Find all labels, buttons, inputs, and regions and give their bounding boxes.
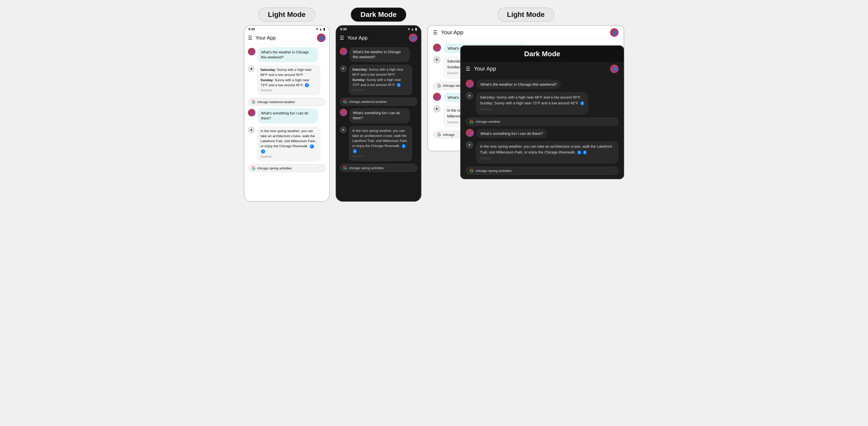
user-message-1: What's the weather in Chicago this weeke… (248, 47, 326, 62)
search-chip-1[interactable]: chicago weekend weather (248, 98, 326, 106)
chip-text-2: chicago spring activities (257, 166, 292, 170)
td-search-chip-1[interactable]: chicago weather (466, 118, 619, 126)
td-ai-msg-2: ✦ In the nice spring weather, you can ta… (466, 141, 619, 164)
signal-icon: ▲ (319, 27, 322, 31)
td-chip-text-1: chicago weather (475, 120, 500, 124)
ai-message-2: ✦ In the nice spring weather, you can ta… (248, 126, 326, 162)
td-citation-1[interactable]: 1 (580, 101, 584, 105)
search-chip-d1[interactable]: chicago weekend weather (340, 98, 417, 106)
ai-bubble-d2: In the nice spring weather, you can take… (349, 126, 412, 162)
t-ai-avatar-2: ✦ (433, 105, 440, 113)
app-title: Your App (255, 35, 314, 41)
panel2-phone: 9:30 ▾ ▲ ▮ ☰ Your App 👤 What's the weath… (336, 25, 422, 202)
wifi-icon-dark: ▾ (408, 27, 410, 31)
status-icons-dark: ▾ ▲ ▮ (408, 27, 417, 31)
app-bar-dark: ☰ Your App 👤 (336, 32, 421, 44)
td-ai-bubble-2: In the nice spring weather, you can take… (476, 141, 619, 164)
panel1-phone: 9:30 ▾ ▲ ▮ ☰ Your App 👤 What's the weath… (244, 25, 330, 202)
user-message-2: What's something fun I can do there? (248, 108, 326, 123)
google-icon-2 (251, 166, 256, 170)
panel3-light-label: Light Mode (497, 7, 554, 22)
td-user-msg-1: What's the weather in Chicago this weeke… (466, 80, 619, 89)
citation-d1[interactable]: 1 (397, 83, 401, 87)
battery-icon: ▮ (323, 27, 325, 31)
hamburger-icon-dark[interactable]: ☰ (340, 35, 344, 41)
hamburger-icon-t[interactable]: ☰ (433, 30, 437, 36)
search-chip-d2[interactable]: chicago spring activities (340, 164, 417, 172)
ai-avatar-d2: ✦ (340, 126, 347, 133)
chip-text-d1: chicago weekend weather (349, 100, 387, 104)
google-icon-d1 (343, 99, 347, 104)
panel2-mode-label: Dark Mode (351, 7, 406, 22)
sources-d2: Sources (352, 155, 363, 158)
panel1-wrap: Light Mode 9:30 ▾ ▲ ▮ ☰ Your App 👤 What'… (244, 7, 330, 202)
avatar-dark[interactable]: 👤 (409, 34, 417, 42)
google-icon-d2 (343, 166, 347, 170)
chat-area-dark: What's the weather in Chicago this weeke… (336, 44, 421, 201)
tablet-avatar-light[interactable]: 👤 (610, 28, 619, 37)
td-citation-2b[interactable]: 2 (583, 151, 587, 155)
user-bubble-1: What's the weather in Chicago this weeke… (257, 47, 318, 62)
dark-mode-label-overlay: Dark Mode (461, 46, 624, 62)
t-sources-1: Sources (447, 71, 458, 75)
tablet-chat-dark: What's the weather in Chicago this weeke… (461, 76, 624, 179)
chip-text-1: chicago weekend weather (257, 100, 295, 104)
user-message-d2: What's something fun I can do there? (340, 108, 417, 123)
chat-area-light: What's the weather in Chicago this weeke… (244, 44, 329, 201)
user-message-d1: What's the weather in Chicago this weeke… (340, 47, 417, 62)
td-ai-msg-1: ✦ Saturday: Sunny with a high near 68°F … (466, 92, 619, 115)
search-chip-2[interactable]: chicago spring activities (248, 164, 326, 172)
td-user-avatar-2 (466, 129, 474, 137)
status-bar-dark: 9:30 ▾ ▲ ▮ (336, 26, 421, 32)
td-user-bubble-1: What's the weather in Chicago this weeke… (476, 80, 561, 89)
tablet-app-bar-light: ☰ Your App 👤 (428, 26, 624, 40)
td-user-bubble-2: What's something fun I can do there? (476, 129, 547, 138)
hamburger-icon[interactable]: ☰ (248, 35, 252, 41)
td-sources-1: Sources (480, 107, 491, 111)
overlap-container: ☰ Your App 👤 What's the weather in Chica… (428, 25, 624, 151)
saturday-label: Saturday (260, 68, 275, 72)
td-sun-label: Sunday: (480, 101, 493, 105)
ai-bubble-2: In the nice spring weather, you can take… (257, 126, 320, 162)
user-bubble-d1: What's the weather in Chicago this weeke… (349, 47, 410, 62)
ai-message-d1: ✦ Saturday: Sunny with a high near 68°F … (340, 65, 417, 95)
app-title-dark: Your App (347, 35, 406, 41)
td-user-avatar-1 (466, 80, 474, 88)
td-search-chip-2[interactable]: chicago spring activities (466, 167, 619, 175)
td-ai-avatar-2: ✦ (466, 141, 473, 149)
citation-d2a[interactable]: 1 (402, 144, 406, 148)
wifi-icon: ▾ (316, 27, 318, 31)
td-citation-2a[interactable]: 1 (577, 151, 581, 155)
chip-text-d2: chicago spring activities (349, 166, 383, 170)
ai-avatar-d1: ✦ (340, 65, 347, 72)
hamburger-icon-dark-t[interactable]: ☰ (466, 66, 470, 72)
sources-1: Sources (260, 89, 272, 92)
tablet-title-light: Your App (441, 29, 607, 36)
sources-2: Sources (260, 155, 272, 158)
user-bubble-d2: What's something fun I can do there? (349, 108, 410, 123)
ai-avatar-1: ✦ (248, 65, 255, 72)
ai-message-d2: ✦ In the nice spring weather, you can ta… (340, 126, 417, 162)
ai-avatar-2: ✦ (248, 127, 255, 134)
tablet-avatar-dark[interactable]: 👤 (610, 65, 619, 73)
ai-bubble-d1: Saturday: Sunny with a high near 68°F an… (349, 65, 412, 95)
td-ai-bubble-1: Saturday: Sunny with a high near 68°F an… (476, 92, 588, 115)
t-user-avatar-2 (433, 93, 441, 101)
citation-2a[interactable]: 1 (310, 144, 314, 149)
citation-2b[interactable]: 2 (261, 150, 265, 154)
t-user-avatar-1 (433, 43, 441, 52)
user-avatar-d1 (340, 47, 347, 55)
panel3-wrap: Light Mode ☰ Your App 👤 What's the weath… (428, 7, 624, 151)
avatar[interactable]: 👤 (317, 34, 326, 42)
citation-d2b[interactable]: 2 (353, 149, 357, 153)
user-avatar-d2 (340, 109, 347, 116)
tablet-app-bar-dark: ☰ Your App 👤 (461, 62, 624, 76)
status-time: 9:30 (248, 27, 255, 31)
status-bar-light: 9:30 ▾ ▲ ▮ (244, 26, 329, 32)
t-sun-label: Sunday: (447, 65, 461, 69)
td-user-msg-2: What's something fun I can do there? (466, 129, 619, 138)
dark-overlay-tablet: Dark Mode ☰ Your App 👤 What's the weathe… (460, 45, 624, 179)
status-icons: ▾ ▲ ▮ (316, 27, 325, 31)
panel2-wrap: Dark Mode 9:30 ▾ ▲ ▮ ☰ Your App 👤 What's… (336, 7, 422, 202)
citation-1[interactable]: 1 (305, 83, 309, 87)
